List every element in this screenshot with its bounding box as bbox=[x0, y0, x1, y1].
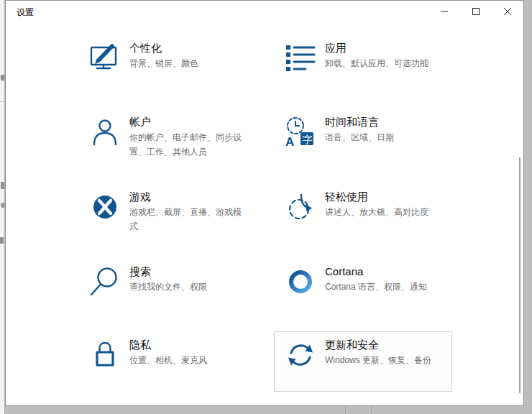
tile-personalization[interactable]: 个性化 背景、锁屏、颜色 bbox=[78, 34, 257, 82]
maximize-button[interactable] bbox=[460, 1, 492, 22]
update-security-icon bbox=[283, 338, 318, 372]
background-window-edge bbox=[0, 0, 5, 414]
minimize-button[interactable] bbox=[428, 1, 460, 22]
apps-icon bbox=[283, 41, 318, 75]
tile-title: 帐户 bbox=[129, 115, 247, 129]
tile-title: 更新和安全 bbox=[325, 338, 443, 352]
background-fragment bbox=[0, 237, 4, 244]
ease-of-access-icon bbox=[283, 190, 318, 224]
tile-subtitle: 位置、相机、麦克风 bbox=[129, 353, 247, 367]
tile-ease-of-access[interactable]: 轻松使用 讲述人、放大镜、高对比度 bbox=[274, 183, 452, 231]
background-fragment bbox=[1, 182, 4, 189]
tile-update-security[interactable]: 更新和安全 Windows 更新、恢复、备份 bbox=[274, 331, 452, 392]
tile-subtitle: 背景、锁屏、颜色 bbox=[129, 56, 247, 70]
tile-time-language[interactable]: A 字 时间和语言 语音、区域、日期 bbox=[274, 109, 452, 156]
gaming-icon bbox=[88, 190, 122, 224]
background-fragment bbox=[0, 101, 5, 102]
tile-title: 搜索 bbox=[129, 264, 247, 279]
tile-subtitle: 语音、区域、日期 bbox=[325, 130, 443, 144]
tile-cortana[interactable]: Cortana Cortana 语言、权限、通知 bbox=[274, 258, 452, 305]
maximize-icon bbox=[472, 7, 480, 16]
tile-search[interactable]: 搜索 查找我的文件、权限 bbox=[78, 258, 257, 305]
tile-subtitle: 你的帐户、电子邮件、同步设置、工作、其他人员 bbox=[129, 130, 247, 159]
accounts-icon bbox=[88, 115, 122, 150]
tile-title: 游戏 bbox=[129, 190, 247, 204]
background-window-edge-line bbox=[371, 406, 372, 414]
tile-subtitle: Windows 更新、恢复、备份 bbox=[325, 353, 443, 367]
tile-subtitle: 卸载、默认应用、可选功能 bbox=[325, 56, 443, 70]
background-window-edge-line bbox=[345, 406, 346, 414]
svg-text:字: 字 bbox=[303, 134, 313, 145]
tile-title: 应用 bbox=[325, 41, 443, 55]
tile-subtitle: 游戏栏、截屏、直播、游戏模式 bbox=[129, 205, 247, 234]
settings-window: 设置 个性化 背景、锁屏、颜色 bbox=[5, 0, 524, 406]
tile-title: 隐私 bbox=[129, 338, 247, 352]
tile-apps[interactable]: 应用 卸载、默认应用、可选功能 bbox=[274, 34, 452, 82]
tile-title: Cortana bbox=[325, 264, 443, 279]
privacy-icon bbox=[88, 338, 122, 372]
titlebar: 设置 bbox=[6, 1, 523, 22]
tile-subtitle: Cortana 语言、权限、通知 bbox=[325, 280, 443, 294]
time-language-icon: A 字 bbox=[283, 115, 318, 150]
close-button[interactable] bbox=[492, 1, 523, 22]
window-title: 设置 bbox=[17, 6, 34, 19]
svg-text:A: A bbox=[285, 135, 294, 149]
tile-accounts[interactable]: 帐户 你的帐户、电子邮件、同步设置、工作、其他人员 bbox=[78, 109, 257, 165]
close-icon bbox=[503, 7, 512, 16]
tile-subtitle: 讲述人、放大镜、高对比度 bbox=[325, 205, 443, 219]
background-fragment bbox=[1, 75, 4, 80]
search-icon bbox=[88, 264, 122, 299]
tile-gaming[interactable]: 游戏 游戏栏、截屏、直播、游戏模式 bbox=[78, 183, 257, 240]
tile-privacy[interactable]: 隐私 位置、相机、麦克风 bbox=[78, 331, 257, 379]
window-controls bbox=[428, 1, 523, 22]
tile-subtitle: 查找我的文件、权限 bbox=[129, 280, 247, 294]
tile-title: 个性化 bbox=[129, 41, 247, 55]
personalization-icon bbox=[88, 41, 122, 75]
tile-title: 时间和语言 bbox=[325, 115, 443, 129]
minimize-icon bbox=[440, 7, 449, 16]
tile-title: 轻松使用 bbox=[325, 190, 443, 204]
scrollbar-thumb[interactable] bbox=[519, 157, 520, 393]
cortana-icon bbox=[283, 264, 318, 299]
